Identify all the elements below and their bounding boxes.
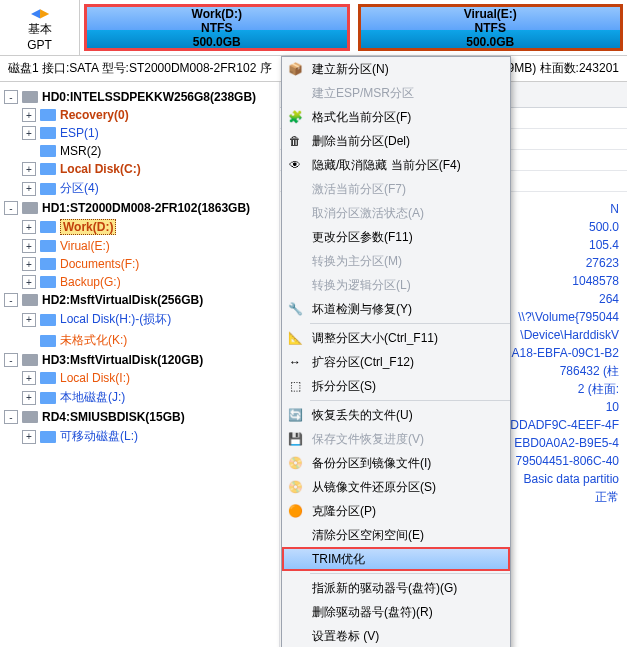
tree-label: Virual(E:): [60, 239, 110, 253]
tree-toggle[interactable]: +: [22, 430, 36, 444]
menu-item: 激活当前分区(F7): [282, 177, 510, 201]
tree-toggle[interactable]: +: [22, 275, 36, 289]
menu-icon: [286, 228, 304, 246]
tree-label: MSR(2): [60, 144, 101, 158]
menu-item[interactable]: 清除分区空闲空间(E): [282, 523, 510, 547]
tree-label: Work(D:): [60, 219, 116, 235]
menu-icon: [286, 204, 304, 222]
tree-toggle[interactable]: +: [22, 239, 36, 253]
tree-toggle[interactable]: -: [4, 353, 18, 367]
disk-icon: [40, 335, 56, 347]
tree-node[interactable]: +Local Disk(I:): [4, 369, 275, 387]
menu-separator: [310, 573, 510, 574]
menu-label: 从镜像文件还原分区(S): [312, 479, 436, 496]
partition-virual-e[interactable]: Virual(E:) NTFS 500.0GB: [358, 4, 624, 51]
tree-toggle[interactable]: +: [22, 391, 36, 405]
tree-node[interactable]: +Local Disk(H:)-(损坏): [4, 309, 275, 330]
menu-item[interactable]: 🗑删除当前分区(Del): [282, 129, 510, 153]
tree-toggle[interactable]: +: [22, 162, 36, 176]
menu-icon: 🗑: [286, 132, 304, 150]
disk-icon: [40, 258, 56, 270]
tree-label: Local Disk(I:): [60, 371, 130, 385]
menu-icon: [286, 627, 304, 645]
tree-label: RD4:SMIUSBDISK(15GB): [42, 410, 185, 424]
tree-node[interactable]: -RD4:SMIUSBDISK(15GB): [4, 408, 275, 426]
nav-arrows[interactable]: ◀▶: [31, 4, 49, 21]
menu-item[interactable]: 📀备份分区到镜像文件(I): [282, 451, 510, 475]
context-menu[interactable]: 📦建立新分区(N)建立ESP/MSR分区🧩格式化当前分区(F)🗑删除当前分区(D…: [281, 56, 511, 647]
tree-node[interactable]: 未格式化(K:): [4, 330, 275, 351]
menu-item[interactable]: 🔄恢复丢失的文件(U): [282, 403, 510, 427]
tree-toggle[interactable]: -: [4, 201, 18, 215]
tree-toggle[interactable]: -: [4, 90, 18, 104]
menu-label: 备份分区到镜像文件(I): [312, 455, 431, 472]
menu-item[interactable]: 更改分区参数(F11): [282, 225, 510, 249]
tree-node[interactable]: -HD2:MsftVirtualDisk(256GB): [4, 291, 275, 309]
menu-icon: 💾: [286, 430, 304, 448]
menu-label: TRIM优化: [312, 551, 365, 568]
tree-toggle[interactable]: -: [4, 293, 18, 307]
menu-item[interactable]: 🧩格式化当前分区(F): [282, 105, 510, 129]
menu-item[interactable]: 指派新的驱动器号(盘符)(G): [282, 576, 510, 600]
disk-tree[interactable]: -HD0:INTELSSDPEKKW256G8(238GB)+Recovery(…: [0, 82, 280, 647]
tree-toggle[interactable]: +: [22, 220, 36, 234]
tree-node[interactable]: +Work(D:): [4, 217, 275, 237]
tree-label: Recovery(0): [60, 108, 129, 122]
menu-item[interactable]: 删除驱动器号(盘符)(R): [282, 600, 510, 624]
tree-node[interactable]: +本地磁盘(J:): [4, 387, 275, 408]
tree-node[interactable]: +Backup(G:): [4, 273, 275, 291]
tree-node[interactable]: -HD0:INTELSSDPEKKW256G8(238GB): [4, 88, 275, 106]
menu-item[interactable]: TRIM优化: [282, 547, 510, 571]
menu-label: 克隆分区(P): [312, 503, 376, 520]
tree-node[interactable]: -HD1:ST2000DM008-2FR102(1863GB): [4, 199, 275, 217]
menu-label: 更改分区参数(F11): [312, 229, 413, 246]
menu-item[interactable]: ⬚拆分分区(S): [282, 374, 510, 398]
disk-icon: [22, 354, 38, 366]
tree-node[interactable]: -HD3:MsftVirtualDisk(120GB): [4, 351, 275, 369]
disk-icon: [40, 109, 56, 121]
menu-item[interactable]: ↔扩容分区(Ctrl_F12): [282, 350, 510, 374]
tree-toggle[interactable]: +: [22, 257, 36, 271]
tree-node[interactable]: +Documents(F:): [4, 255, 275, 273]
disk-icon: [40, 163, 56, 175]
menu-icon: [286, 180, 304, 198]
tree-node[interactable]: +ESP(1): [4, 124, 275, 142]
menu-item[interactable]: 📀从镜像文件还原分区(S): [282, 475, 510, 499]
tree-toggle[interactable]: -: [4, 410, 18, 424]
menu-item: 取消分区激活状态(A): [282, 201, 510, 225]
menu-icon: [286, 579, 304, 597]
menu-label: 清除分区空闲空间(E): [312, 527, 424, 544]
menu-item: 💾保存文件恢复进度(V): [282, 427, 510, 451]
tree-toggle[interactable]: +: [22, 313, 36, 327]
menu-item[interactable]: 👁隐藏/取消隐藏 当前分区(F4): [282, 153, 510, 177]
menu-item[interactable]: 📐调整分区大小(Ctrl_F11): [282, 326, 510, 350]
menu-label: 建立新分区(N): [312, 61, 389, 78]
tree-node[interactable]: +Recovery(0): [4, 106, 275, 124]
menu-separator: [310, 400, 510, 401]
menu-item[interactable]: 🟠克隆分区(P): [282, 499, 510, 523]
tree-node[interactable]: +Local Disk(C:): [4, 160, 275, 178]
menu-item[interactable]: 🔧坏道检测与修复(Y): [282, 297, 510, 321]
disk-icon: [22, 411, 38, 423]
menu-item[interactable]: 设置卷标 (V): [282, 624, 510, 647]
menu-label: 指派新的驱动器号(盘符)(G): [312, 580, 457, 597]
tree-label: Documents(F:): [60, 257, 139, 271]
tree-toggle[interactable]: +: [22, 182, 36, 196]
tree-node[interactable]: +Virual(E:): [4, 237, 275, 255]
tree-label: 本地磁盘(J:): [60, 389, 125, 406]
basic-label: 基本: [28, 21, 52, 37]
tree-toggle[interactable]: +: [22, 371, 36, 385]
tree-label: Local Disk(H:)-(损坏): [60, 311, 171, 328]
tree-toggle[interactable]: +: [22, 126, 36, 140]
tree-node[interactable]: MSR(2): [4, 142, 275, 160]
tree-toggle[interactable]: +: [22, 108, 36, 122]
menu-icon: ↔: [286, 353, 304, 371]
menu-item[interactable]: 📦建立新分区(N): [282, 57, 510, 81]
tree-node[interactable]: +可移动磁盘(L:): [4, 426, 275, 447]
tree-node[interactable]: +分区(4): [4, 178, 275, 199]
partition-work-d[interactable]: Work(D:) NTFS 500.0GB: [84, 4, 350, 51]
tree-label: 可移动磁盘(L:): [60, 428, 138, 445]
gpt-label: GPT: [27, 37, 52, 53]
disk-icon: [40, 221, 56, 233]
disk-icon: [40, 127, 56, 139]
